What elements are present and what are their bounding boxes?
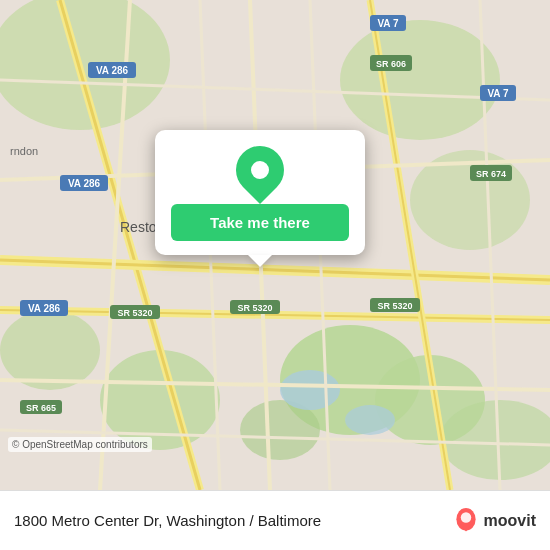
moovit-pin-icon: [452, 507, 480, 535]
svg-point-11: [345, 405, 395, 435]
svg-text:SR 665: SR 665: [26, 403, 56, 413]
svg-text:SR 5320: SR 5320: [377, 301, 412, 311]
svg-point-54: [460, 512, 471, 523]
svg-text:VA 286: VA 286: [28, 303, 61, 314]
osm-credit: © OpenStreetMap contributors: [8, 437, 152, 452]
address-label: 1800 Metro Center Dr, Washington / Balti…: [14, 512, 452, 529]
svg-text:rndon: rndon: [10, 145, 38, 157]
location-popup: Take me there: [155, 130, 365, 255]
svg-point-10: [280, 370, 340, 410]
svg-text:SR 606: SR 606: [376, 59, 406, 69]
svg-text:VA 286: VA 286: [68, 178, 101, 189]
moovit-logo: moovit: [452, 507, 536, 535]
bottom-bar: 1800 Metro Center Dr, Washington / Balti…: [0, 490, 550, 550]
svg-text:SR 5320: SR 5320: [237, 303, 272, 313]
svg-text:VA 7: VA 7: [377, 18, 399, 29]
svg-text:VA 286: VA 286: [96, 65, 129, 76]
location-pin-icon: [226, 136, 294, 204]
svg-text:VA 7: VA 7: [487, 88, 509, 99]
pin-inner-dot: [251, 161, 269, 179]
take-me-there-button[interactable]: Take me there: [171, 204, 349, 241]
svg-text:SR 674: SR 674: [476, 169, 506, 179]
svg-text:SR 5320: SR 5320: [117, 308, 152, 318]
svg-point-2: [340, 20, 500, 140]
svg-point-7: [0, 310, 100, 390]
map-container: VA 286 VA 286 VA 286 VA 7 VA 7 SR 606 SR…: [0, 0, 550, 490]
moovit-brand-label: moovit: [484, 512, 536, 530]
